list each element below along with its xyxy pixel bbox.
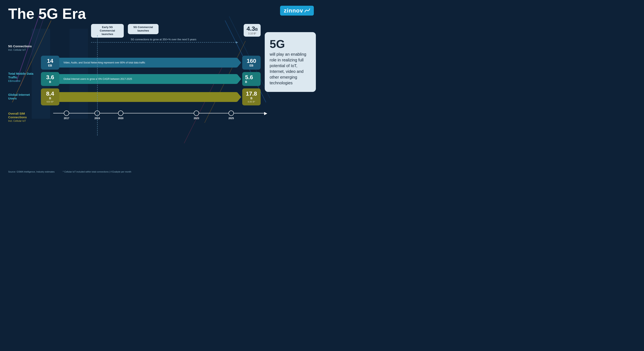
footer-source: Source: GSMA Intelligence, Industry esti… [8, 170, 54, 173]
sim-end-box: 17.8 B 8.85 B* [242, 88, 261, 105]
mobile-end-num: 160 [245, 58, 258, 64]
dashed-line: ▶ [91, 42, 236, 43]
timeline-label-2025: 2025 [228, 117, 234, 120]
sim-start-sub: 600 M* [44, 101, 56, 103]
label-sim-connections: Overall SIM Connections Incl. Cellular I… [8, 106, 37, 128]
sim-start-num: 8.4 [44, 91, 56, 97]
logo: zinnov [280, 6, 314, 16]
growth-arrow-section: 5G connections to grow at 350+% over the… [91, 38, 236, 43]
labels-column: 5G Connections Incl. Cellular IoT Total … [8, 24, 37, 143]
sim-end-num: 17.8 [245, 91, 258, 97]
label-internet-users: Global Internet Users [8, 87, 37, 106]
internet-arrow-bg: Global Internet users to grow at 6% CAGR… [59, 74, 237, 84]
growth-text: 5G connections to grow at 350+% over the… [91, 38, 236, 41]
footer: Source: GSMA Intelligence, Industry esti… [8, 170, 314, 173]
label-5g-connections: 5G Connections Incl. Cellular IoT [8, 40, 37, 67]
timeline-dot-2020 [118, 111, 123, 116]
internet-arrow-text: Global Internet users to grow at 6% CAGR… [59, 78, 136, 81]
internet-start-unit: B [44, 80, 56, 84]
label-5g-conn-title: 5G Connections [8, 45, 37, 48]
logo-text: zinnov [284, 7, 303, 14]
internet-end-num: 5.6 [245, 75, 258, 80]
dashed-arrow-head: ▶ [236, 41, 238, 44]
label-5g-conn-sub: Incl. Cellular IoT [8, 49, 37, 51]
timeline-dot-2025 [228, 111, 234, 116]
label-mobile-sub: EB/month# [8, 80, 37, 83]
internet-start-num: 3.6 [44, 75, 56, 80]
sim-start-unit: B [44, 97, 56, 100]
label-internet-title: Global Internet Users [8, 93, 37, 100]
data-rows: 14 EB Video, Audio, and Social Networkin… [41, 56, 261, 105]
mobile-arrow-section: Video, Audio, and Social Networking repr… [59, 56, 237, 69]
mobile-start-unit: EB [44, 64, 56, 67]
right-card: 5G will play an enabling role in realizi… [265, 32, 316, 92]
mobile-start-num: 14 [44, 58, 56, 64]
early-5g-bubble: Early 5G Commercial launches [91, 24, 124, 38]
mobile-data-row: 14 EB Video, Audio, and Social Networkin… [41, 56, 261, 70]
connections-big-value: 4.3B [246, 26, 258, 32]
right-card-big: 5G [270, 38, 311, 50]
sim-arrow-head [237, 92, 241, 102]
mobile-end-unit: EB [245, 64, 258, 67]
mobile-arrow-text: Video, Audio, and Social Networking repr… [59, 61, 149, 64]
sim-start-box: 8.4 B 600 M* [41, 88, 59, 105]
page-title: The 5G Era [8, 6, 86, 22]
mobile-start-box: 14 EB [41, 56, 59, 70]
label-mobile-title: Total Mobile Data Traffic [8, 72, 37, 79]
footer-note: * Cellular IoT included within total con… [63, 170, 131, 173]
connections-sub-value: 3.10 B* [246, 32, 258, 35]
internet-arrow-head [237, 74, 241, 84]
right-card-text: will play an enabling role in realizing … [270, 51, 311, 86]
connections-area: Early 5G Commercial launches 5G Commerci… [53, 24, 261, 54]
connections-value-unit: B [255, 28, 258, 32]
main-area: 5G Connections Incl. Cellular IoT Total … [0, 22, 322, 143]
timeline: ▶ 2017 2019 2020 2023 2025 [53, 109, 261, 117]
header: The 5G Era zinnov [0, 0, 322, 22]
internet-end-unit: B [245, 80, 258, 84]
internet-arrow-section: Global Internet users to grow at 6% CAGR… [59, 73, 237, 85]
sim-end-unit: B [245, 97, 258, 100]
timeline-arrow-icon: ▶ [264, 111, 267, 116]
mobile-end-box: 160 EB [242, 56, 261, 70]
chart-area: Early 5G Commercial launches 5G Commerci… [41, 24, 261, 143]
label-mobile-traffic: Total Mobile Data Traffic EB/month# [8, 67, 37, 87]
timeline-label-2023: 2023 [194, 117, 199, 120]
label-sim-title: Overall SIM Connections [8, 112, 37, 119]
timeline-label-2017: 2017 [64, 117, 69, 120]
timeline-label-2020: 2020 [118, 117, 124, 120]
internet-start-box: 3.6 B [41, 72, 59, 86]
dashed-vertical-line-2019 [97, 35, 98, 136]
sim-data-row: 8.4 B 600 M* 17.8 B 8.85 B* [41, 88, 261, 105]
logo-wave-icon [304, 9, 310, 13]
sim-arrow-bg [59, 92, 237, 102]
label-sim-sub: Incl. Cellular IoT [8, 120, 37, 122]
connections-value-box: 4.3B 3.10 B* [244, 24, 261, 37]
sim-arrow-section [59, 91, 237, 103]
timeline-dot-2017 [64, 111, 69, 116]
internet-end-box: 5.6 B [242, 72, 261, 86]
sim-end-sub: 8.85 B* [245, 101, 258, 103]
internet-data-row: 3.6 B Global Internet users to grow at 6… [41, 72, 261, 86]
page-content: The 5G Era zinnov 5G Connections Incl. C… [0, 0, 322, 175]
timeline-dot-2023 [194, 111, 199, 116]
mobile-arrow-bg: Video, Audio, and Social Networking repr… [59, 58, 237, 68]
mobile-arrow-head [237, 58, 241, 68]
commercial-5g-bubble: 5G Commercial launches [128, 24, 158, 34]
